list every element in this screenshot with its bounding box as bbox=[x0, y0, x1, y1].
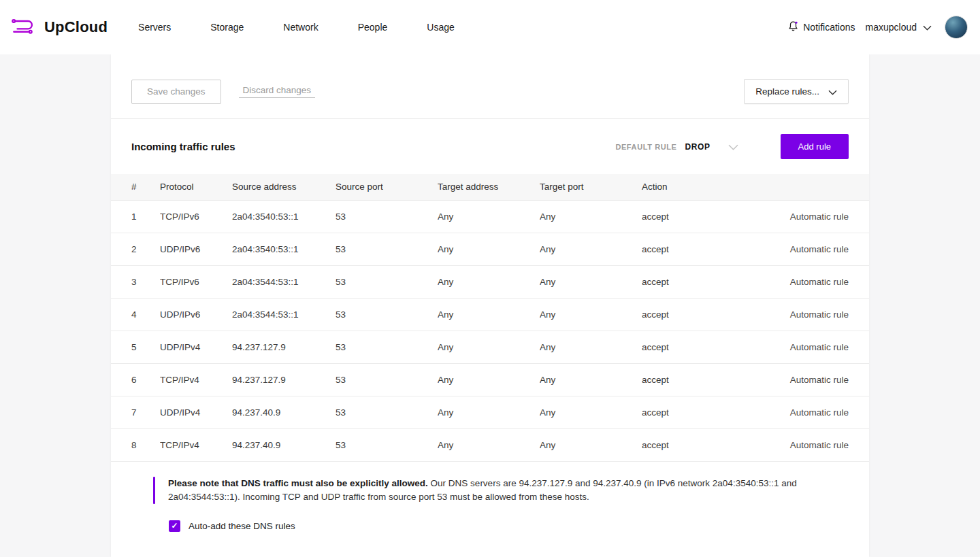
rule-source-port: 53 bbox=[336, 396, 438, 428]
notifications-label: Notifications bbox=[803, 22, 855, 33]
default-rule-dropdown[interactable]: DEFAULT RULE DROP bbox=[615, 141, 738, 153]
rule-target-address: Any bbox=[438, 428, 540, 461]
rule-action: accept bbox=[642, 363, 723, 396]
rule-type-label: Automatic rule bbox=[723, 265, 869, 298]
rule-action: accept bbox=[642, 298, 723, 331]
nav-item-network[interactable]: Network bbox=[283, 16, 318, 38]
nav-right-group: Notifications maxupcloud bbox=[788, 16, 968, 39]
rule-protocol: TCP/IPv6 bbox=[160, 200, 232, 233]
rule-target-address: Any bbox=[438, 298, 540, 331]
nav-item-people[interactable]: People bbox=[358, 16, 388, 38]
checkbox-label: Auto-add these DNS rules bbox=[189, 521, 295, 531]
column-header-rule-type bbox=[723, 174, 869, 200]
rule-number: 3 bbox=[111, 265, 160, 298]
rule-action: accept bbox=[642, 265, 723, 298]
chevron-down-icon bbox=[728, 141, 738, 153]
rule-protocol: UDP/IPv4 bbox=[160, 331, 232, 363]
main-nav: Servers Storage Network People Usage bbox=[138, 16, 455, 38]
default-rule-value: DROP bbox=[685, 142, 710, 152]
table-row[interactable]: 6TCP/IPv494.237.127.953AnyAnyacceptAutom… bbox=[111, 363, 869, 396]
rule-type-label: Automatic rule bbox=[723, 428, 869, 461]
rule-source-port: 53 bbox=[336, 298, 438, 331]
rule-action: accept bbox=[642, 200, 723, 233]
auto-add-dns-checkbox[interactable]: ✓ Auto-add these DNS rules bbox=[169, 520, 869, 532]
table-row[interactable]: 3TCP/IPv62a04:3544:53::153AnyAnyacceptAu… bbox=[111, 265, 869, 298]
username: maxupcloud bbox=[866, 22, 917, 33]
rule-target-port: Any bbox=[540, 396, 642, 428]
rule-target-address: Any bbox=[438, 233, 540, 265]
replace-rules-label: Replace rules... bbox=[755, 86, 819, 97]
rule-protocol: TCP/IPv4 bbox=[160, 363, 232, 396]
rule-protocol: UDP/IPv6 bbox=[160, 233, 232, 265]
table-row[interactable]: 2UDP/IPv62a04:3540:53::153AnyAnyacceptAu… bbox=[111, 233, 869, 265]
incoming-rules-header: Incoming traffic rules DEFAULT RULE DROP… bbox=[111, 119, 869, 174]
rule-number: 1 bbox=[111, 200, 160, 233]
table-row[interactable]: 5UDP/IPv494.237.127.953AnyAnyacceptAutom… bbox=[111, 331, 869, 363]
chevron-down-icon bbox=[828, 87, 837, 97]
rule-source-address: 94.237.40.9 bbox=[232, 428, 336, 461]
column-header-protocol: Protocol bbox=[160, 174, 232, 200]
add-rule-button[interactable]: Add rule bbox=[781, 134, 849, 159]
rule-source-port: 53 bbox=[336, 200, 438, 233]
rule-target-port: Any bbox=[540, 298, 642, 331]
bell-icon bbox=[788, 20, 798, 34]
dns-note: Please note that DNS traffic must also b… bbox=[153, 477, 849, 504]
rule-protocol: TCP/IPv6 bbox=[160, 265, 232, 298]
default-rule-label: DEFAULT RULE bbox=[615, 143, 676, 151]
column-header-target-address: Target address bbox=[438, 174, 540, 200]
rule-target-port: Any bbox=[540, 331, 642, 363]
rule-action: accept bbox=[642, 233, 723, 265]
rule-target-port: Any bbox=[540, 428, 642, 461]
nav-item-usage[interactable]: Usage bbox=[427, 16, 454, 38]
notifications-button[interactable]: Notifications bbox=[788, 20, 855, 34]
table-row[interactable]: 8TCP/IPv494.237.40.953AnyAnyacceptAutoma… bbox=[111, 428, 869, 461]
rule-type-label: Automatic rule bbox=[723, 200, 869, 233]
rule-type-label: Automatic rule bbox=[723, 396, 869, 428]
rule-type-label: Automatic rule bbox=[723, 298, 869, 331]
rule-number: 5 bbox=[111, 331, 160, 363]
rule-source-address: 2a04:3540:53::1 bbox=[232, 200, 336, 233]
table-row[interactable]: 4UDP/IPv62a04:3544:53::153AnyAnyacceptAu… bbox=[111, 298, 869, 331]
table-row[interactable]: 7UDP/IPv494.237.40.953AnyAnyacceptAutoma… bbox=[111, 396, 869, 428]
rule-target-port: Any bbox=[540, 200, 642, 233]
rule-number: 2 bbox=[111, 233, 160, 265]
rules-toolbar: Save changes Discard changes Replace rul… bbox=[111, 54, 869, 119]
rule-target-address: Any bbox=[438, 363, 540, 396]
rule-protocol: UDP/IPv4 bbox=[160, 396, 232, 428]
avatar[interactable] bbox=[945, 16, 968, 39]
rule-action: accept bbox=[642, 396, 723, 428]
rule-number: 7 bbox=[111, 396, 160, 428]
user-menu[interactable]: maxupcloud bbox=[866, 22, 932, 33]
table-header-row: # Protocol Source address Source port Ta… bbox=[111, 174, 869, 200]
note-accent-bar bbox=[153, 477, 155, 504]
rule-source-port: 53 bbox=[336, 233, 438, 265]
rule-protocol: UDP/IPv6 bbox=[160, 298, 232, 331]
nav-item-servers[interactable]: Servers bbox=[138, 16, 171, 38]
nav-item-storage[interactable]: Storage bbox=[210, 16, 244, 38]
rule-action: accept bbox=[642, 331, 723, 363]
column-header-source-port: Source port bbox=[336, 174, 438, 200]
rule-source-address: 2a04:3544:53::1 bbox=[232, 298, 336, 331]
rules-table: # Protocol Source address Source port Ta… bbox=[111, 174, 869, 462]
note-text: Please note that DNS traffic must also b… bbox=[168, 477, 801, 504]
column-header-action: Action bbox=[642, 174, 723, 200]
discard-changes-link[interactable]: Discard changes bbox=[239, 85, 316, 98]
upcloud-logo[interactable]: UpCloud bbox=[10, 16, 108, 39]
rule-source-address: 94.237.127.9 bbox=[232, 363, 336, 396]
top-navigation: UpCloud Servers Storage Network People U… bbox=[0, 0, 980, 54]
save-changes-button[interactable]: Save changes bbox=[131, 80, 221, 104]
rule-action: accept bbox=[642, 428, 723, 461]
replace-rules-button[interactable]: Replace rules... bbox=[744, 79, 849, 104]
table-row[interactable]: 1TCP/IPv62a04:3540:53::153AnyAnyacceptAu… bbox=[111, 200, 869, 233]
rule-target-address: Any bbox=[438, 396, 540, 428]
rule-source-port: 53 bbox=[336, 428, 438, 461]
column-header-source-address: Source address bbox=[232, 174, 336, 200]
rule-target-address: Any bbox=[438, 331, 540, 363]
rule-target-address: Any bbox=[438, 265, 540, 298]
upcloud-logo-icon bbox=[10, 16, 39, 39]
rule-target-port: Any bbox=[540, 233, 642, 265]
checkbox-checked-icon[interactable]: ✓ bbox=[169, 520, 180, 532]
rule-source-address: 2a04:3540:53::1 bbox=[232, 233, 336, 265]
rule-target-address: Any bbox=[438, 200, 540, 233]
rule-source-address: 2a04:3544:53::1 bbox=[232, 265, 336, 298]
